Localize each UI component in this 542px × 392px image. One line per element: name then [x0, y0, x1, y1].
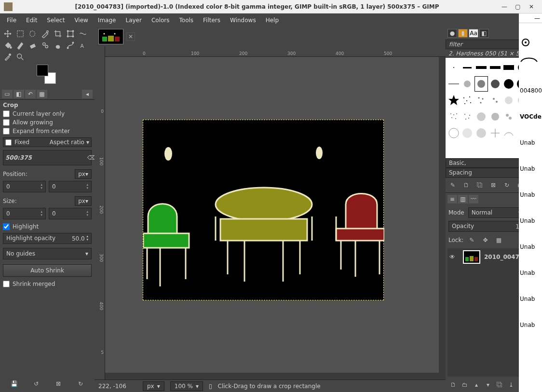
eraser-tool-icon[interactable] [28, 41, 38, 50]
smudge-tool-icon[interactable] [53, 41, 63, 50]
size-h-value[interactable]: 0 [52, 210, 56, 217]
menu-image[interactable]: Image [93, 15, 121, 26]
shrink-merged-checkbox[interactable] [3, 281, 10, 287]
new-group-icon[interactable]: 🗀 [460, 379, 470, 390]
brush-preset-select[interactable]: Basic, [449, 160, 466, 166]
save-preset-icon[interactable]: 💾 [9, 378, 19, 389]
brush-filter-input[interactable]: filter [449, 41, 462, 48]
bucket-tool-icon[interactable] [3, 41, 13, 50]
unit-select[interactable]: px [147, 383, 154, 390]
restore-icon[interactable]: ↺ [31, 378, 41, 389]
aspect-ratio-label[interactable]: Aspect ratio [32, 139, 84, 146]
free-select-tool-icon[interactable] [28, 29, 38, 39]
paintbrush-tool-icon[interactable] [15, 41, 25, 50]
tab-device-icon[interactable]: ◧ [14, 90, 24, 98]
rect-select-tool-icon[interactable] [15, 29, 25, 39]
vertical-ruler[interactable]: 0 100 200 300 400 5 [95, 46, 105, 379]
close-tab-icon[interactable]: ✕ [126, 32, 135, 41]
menu-filters[interactable]: Filters [198, 15, 225, 26]
layers-tab-icon[interactable]: ≡ [447, 195, 457, 203]
history-tab-icon[interactable]: ◧ [479, 29, 489, 38]
menu-edit[interactable]: Edit [21, 15, 42, 26]
delete-icon[interactable]: ⊠ [53, 378, 64, 389]
duplicate-brush-icon[interactable]: ⿻ [474, 180, 485, 190]
image-tab-thumb[interactable] [98, 29, 123, 44]
color-picker-tool-icon[interactable] [3, 52, 13, 62]
menu-view[interactable]: View [69, 15, 93, 26]
dropdown-icon[interactable]: ▾ [85, 250, 88, 257]
transform-tool-icon[interactable] [66, 29, 75, 39]
fg-color[interactable] [37, 65, 48, 76]
clone-tool-icon[interactable] [41, 41, 50, 50]
size-unit[interactable]: px [78, 198, 85, 204]
fuzzy-select-tool-icon[interactable] [41, 29, 50, 39]
maximize-button[interactable]: ▢ [511, 2, 525, 12]
highlight-opacity-value[interactable]: 50.0 [72, 235, 85, 242]
dropdown-icon[interactable]: ▾ [196, 383, 199, 390]
menu-help[interactable]: Help [261, 15, 284, 26]
dropdown-icon[interactable]: ▾ [157, 383, 160, 390]
bg-minimize-icon[interactable]: — [534, 15, 540, 22]
paths-tab-icon[interactable]: 〰 [469, 195, 478, 203]
lock-alpha-icon[interactable]: ▦ [493, 235, 504, 245]
spinner-arrows-icon[interactable]: ▴▾ [86, 210, 88, 217]
tab-tool-options-icon[interactable]: ▭ [2, 90, 13, 98]
horizontal-ruler[interactable]: 0 100 200 300 400 500 [105, 46, 446, 57]
reset-icon[interactable]: ↻ [75, 378, 86, 389]
spinner-arrows-icon[interactable]: ▴▾ [41, 183, 42, 190]
warp-tool-icon[interactable] [78, 29, 88, 39]
menu-layer[interactable]: Layer [121, 15, 146, 26]
text-tool-icon[interactable]: A [78, 41, 88, 50]
new-layer-icon[interactable]: 🗋 [448, 379, 459, 390]
raise-layer-icon[interactable]: ▴ [471, 379, 482, 390]
dropdown-icon[interactable]: ▾ [85, 198, 88, 204]
duplicate-layer-icon[interactable]: ⿻ [494, 379, 505, 390]
crop-tool-icon[interactable] [53, 29, 63, 39]
spinner-arrows-icon[interactable]: ▴▾ [86, 235, 88, 242]
tab-images-icon[interactable]: ▦ [37, 90, 47, 98]
menu-windows[interactable]: Windows [225, 15, 261, 26]
edit-brush-icon[interactable]: ✎ [447, 180, 458, 190]
auto-shrink-button[interactable]: Auto Shrink [3, 264, 92, 277]
spinner-arrows-icon[interactable]: ▴▾ [41, 210, 42, 217]
mode-select[interactable]: Normal [472, 209, 492, 216]
fonts-tab-icon[interactable]: Aa [469, 29, 478, 38]
close-button[interactable]: ✕ [525, 2, 538, 12]
position-unit[interactable]: px [78, 171, 85, 177]
allow-growing-checkbox[interactable] [3, 119, 10, 126]
current-layer-only-checkbox[interactable] [3, 110, 10, 117]
color-swatch[interactable] [37, 65, 56, 84]
zoom-tool-icon[interactable] [15, 52, 25, 62]
lock-pixels-icon[interactable]: ✎ [466, 235, 477, 245]
lock-position-icon[interactable]: ✥ [480, 235, 490, 245]
move-tool-icon[interactable] [3, 29, 13, 39]
pos-x-value[interactable]: 0 [6, 183, 10, 190]
highlight-checkbox[interactable] [3, 223, 10, 230]
canvas[interactable] [105, 57, 446, 379]
expand-from-center-checkbox[interactable] [3, 128, 10, 135]
refresh-brush-icon[interactable]: ↻ [501, 180, 512, 190]
lower-layer-icon[interactable]: ▾ [483, 379, 493, 390]
menu-tools[interactable]: Tools [175, 15, 199, 26]
minimize-button[interactable]: — [498, 2, 511, 12]
brushes-tab-icon[interactable]: ● [447, 29, 457, 38]
tab-undo-icon[interactable]: ↶ [25, 90, 36, 98]
horizontal-scrollbar[interactable] [105, 373, 439, 379]
layer-name[interactable]: 2010_00478 [484, 254, 523, 260]
spinner-arrows-icon[interactable]: ▴▾ [86, 183, 88, 190]
menu-colors[interactable]: Colors [147, 15, 175, 26]
patterns-tab-icon[interactable]: ▮ [458, 29, 468, 38]
visibility-icon[interactable]: 👁 [449, 254, 459, 260]
menu-select[interactable]: Select [42, 15, 69, 26]
size-w-value[interactable]: 0 [6, 210, 10, 217]
dropdown-icon[interactable]: ▾ [85, 171, 88, 177]
dropdown-icon[interactable]: ▾ [86, 139, 89, 146]
menu-file[interactable]: File [2, 15, 21, 26]
merge-down-icon[interactable]: ⤓ [506, 379, 516, 390]
pos-y-value[interactable]: 0 [52, 183, 56, 190]
ratio-input[interactable] [5, 154, 87, 161]
fixed-checkbox[interactable] [5, 139, 12, 146]
delete-brush-icon[interactable]: ⊠ [488, 180, 499, 190]
zoom-select[interactable]: 100 % [175, 383, 193, 390]
guides-select[interactable]: No guides [6, 250, 35, 257]
